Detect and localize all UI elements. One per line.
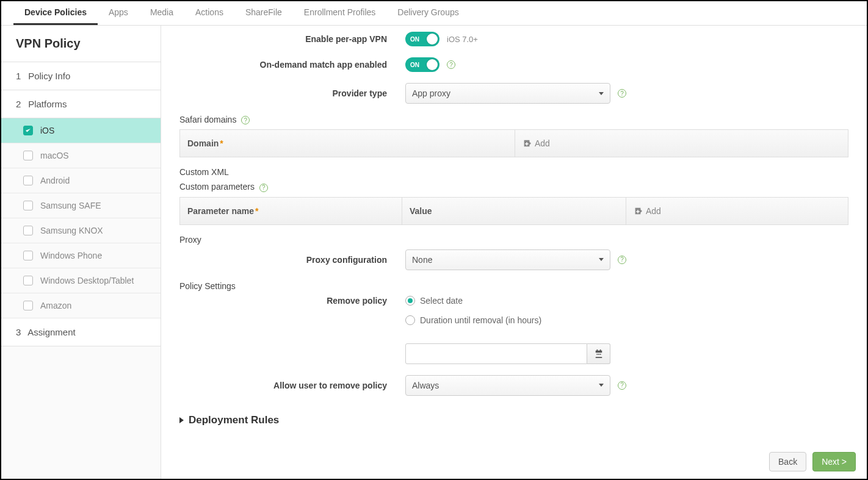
help-icon[interactable]: ? <box>618 381 626 390</box>
platform-ios[interactable]: iOS <box>1 118 161 143</box>
col-param-name: Parameter name* <box>180 198 402 224</box>
col-domain: Domain* <box>180 130 515 157</box>
calendar-icon <box>595 349 603 358</box>
add-icon <box>634 207 642 215</box>
triangle-right-icon <box>179 417 184 423</box>
checkbox-icon <box>23 176 33 185</box>
platform-windows-desktop[interactable]: Windows Desktop/Tablet <box>1 268 161 293</box>
radio-label: Select date <box>420 296 463 306</box>
label-remove-policy: Remove policy <box>179 296 405 306</box>
help-icon[interactable]: ? <box>241 116 250 124</box>
select-proxy-config[interactable]: None <box>405 249 610 270</box>
tab-enrollment-profiles[interactable]: Enrollment Profiles <box>293 1 387 25</box>
label-provider-type: Provider type <box>179 88 405 98</box>
table-custom-params: Parameter name* Value Add <box>179 197 848 225</box>
chevron-down-icon <box>599 92 604 95</box>
platform-samsung-safe[interactable]: Samsung SAFE <box>1 193 161 218</box>
radio-label: Duration until removal (in hours) <box>420 315 541 325</box>
main-content: Enable per-app VPN ON iOS 7.0+ On-demand… <box>161 26 867 479</box>
platform-android[interactable]: Android <box>1 168 161 193</box>
back-button[interactable]: Back <box>769 452 806 471</box>
col-value: Value <box>402 198 626 224</box>
platform-macos[interactable]: macOS <box>1 143 161 168</box>
platform-label: Android <box>40 176 70 185</box>
step-label: Assignment <box>27 327 75 337</box>
chevron-down-icon <box>599 384 604 387</box>
section-proxy: Proxy <box>179 235 848 245</box>
hint-ios-version: iOS 7.0+ <box>447 35 478 44</box>
platform-label: Amazon <box>40 301 71 310</box>
add-param-button[interactable]: Add <box>626 198 848 224</box>
tab-device-policies[interactable]: Device Policies <box>13 1 98 25</box>
label-allow-remove: Allow user to remove policy <box>179 381 405 390</box>
platform-label: Windows Desktop/Tablet <box>40 276 134 285</box>
label-proxy-config: Proxy configuration <box>179 255 405 265</box>
platform-list: iOS macOS Android Samsung SAFE Samsung K… <box>1 118 161 318</box>
toggle-per-app-vpn[interactable]: ON <box>405 32 439 46</box>
checkbox-icon <box>23 151 33 160</box>
deployment-rules-toggle[interactable]: Deployment Rules <box>179 414 848 426</box>
radio-select-date[interactable] <box>405 296 415 306</box>
step-assignment[interactable]: 3 Assignment <box>1 318 161 346</box>
select-allow-remove[interactable]: Always <box>405 375 610 396</box>
add-domain-button[interactable]: Add <box>515 130 848 157</box>
checkbox-icon <box>23 226 33 235</box>
toggle-on-demand[interactable]: ON <box>405 57 439 72</box>
help-icon[interactable]: ? <box>618 256 626 264</box>
platform-label: macOS <box>40 151 69 160</box>
tab-delivery-groups[interactable]: Delivery Groups <box>386 1 469 25</box>
add-icon <box>523 139 531 148</box>
platform-label: Samsung KNOX <box>40 226 103 235</box>
help-icon[interactable]: ? <box>259 184 268 192</box>
tab-sharefile[interactable]: ShareFile <box>234 1 293 25</box>
next-button[interactable]: Next > <box>812 452 856 471</box>
step-platforms[interactable]: 2 Platforms <box>1 90 161 118</box>
step-label: Policy Info <box>28 71 70 81</box>
select-provider-type[interactable]: App proxy <box>405 83 610 104</box>
checkbox-icon <box>23 126 33 135</box>
help-icon[interactable]: ? <box>447 60 455 69</box>
platform-label: iOS <box>40 126 54 135</box>
label-per-app-vpn: Enable per-app VPN <box>179 34 405 44</box>
section-safari-domains: Safari domains ? <box>179 115 848 124</box>
platform-windows-phone[interactable]: Windows Phone <box>1 243 161 268</box>
label-on-demand: On-demand match app enabled <box>179 60 405 70</box>
platform-label: Samsung SAFE <box>40 201 101 210</box>
platform-samsung-knox[interactable]: Samsung KNOX <box>1 218 161 243</box>
checkbox-icon <box>23 276 33 285</box>
tab-media[interactable]: Media <box>139 1 184 25</box>
table-safari-domains: Domain* Add <box>179 129 848 157</box>
top-tabs: Device Policies Apps Media Actions Share… <box>1 1 867 26</box>
section-custom-params: Custom parameters ? <box>179 182 848 192</box>
tab-actions[interactable]: Actions <box>184 1 234 25</box>
tab-apps[interactable]: Apps <box>98 1 139 25</box>
date-input[interactable] <box>405 343 587 364</box>
step-label: Platforms <box>28 99 67 109</box>
platform-amazon[interactable]: Amazon <box>1 293 161 318</box>
page-title: VPN Policy <box>1 26 161 62</box>
section-custom-xml: Custom XML <box>179 167 848 177</box>
checkbox-icon <box>23 201 33 210</box>
calendar-button[interactable] <box>587 343 610 364</box>
section-policy-settings: Policy Settings <box>179 281 848 291</box>
chevron-down-icon <box>599 258 604 261</box>
radio-duration[interactable] <box>405 315 415 325</box>
checkbox-icon <box>23 301 33 310</box>
sidebar: VPN Policy 1 Policy Info 2 Platforms iOS… <box>1 26 161 479</box>
platform-label: Windows Phone <box>40 251 102 260</box>
checkbox-icon <box>23 251 33 260</box>
step-policy-info[interactable]: 1 Policy Info <box>1 62 161 90</box>
help-icon[interactable]: ? <box>618 89 626 98</box>
